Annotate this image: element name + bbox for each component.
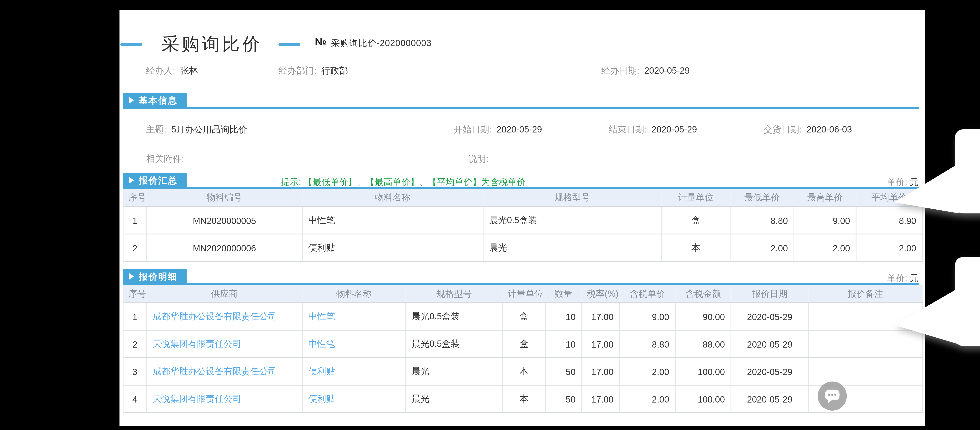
table-cell: 中性笔 xyxy=(302,206,483,234)
operator-label: 经办人: xyxy=(146,66,175,75)
page-title: 采购询比价 xyxy=(162,32,262,57)
cell-link[interactable]: 中性笔 xyxy=(308,311,335,321)
chat-fab-button[interactable] xyxy=(818,382,847,411)
end-date-value: 2020-05-29 xyxy=(652,125,697,134)
column-header: 最高单价 xyxy=(794,189,856,207)
end-date-label: 结束日期: xyxy=(609,125,647,134)
end-date-field: 结束日期: 2020-05-29 xyxy=(609,124,697,136)
table-cell: 盒 xyxy=(503,330,545,358)
table-cell: 晨光0.5盒装 xyxy=(406,303,503,330)
cell-link[interactable]: 便利贴 xyxy=(308,394,335,403)
table-cell: 便利贴 xyxy=(302,385,406,413)
cell-link[interactable]: 成都华胜办公设备有限责任公司 xyxy=(153,311,277,321)
table-cell: 4 xyxy=(123,385,146,413)
start-date-field: 开始日期: 2020-05-29 xyxy=(454,124,542,136)
callout-tail-pointer xyxy=(894,163,959,213)
table-cell: 天悦集团有限责任公司 xyxy=(146,385,302,413)
cell-link[interactable]: 成都华胜办公设备有限责任公司 xyxy=(153,366,277,376)
column-header: 序号 xyxy=(123,285,146,303)
table-cell: 50 xyxy=(545,385,582,413)
table-cell: 8.80 xyxy=(620,330,675,358)
doc-number: 采购询比价-2020000003 xyxy=(331,37,431,49)
table-cell: 便利贴 xyxy=(302,234,483,261)
table-cell: 8.80 xyxy=(730,206,794,234)
table-cell: 88.00 xyxy=(675,330,731,358)
triangle-right-icon xyxy=(129,273,134,280)
table-cell: 2 xyxy=(123,330,146,358)
attachment-field: 相关附件: xyxy=(146,153,186,165)
section-underline xyxy=(123,107,919,109)
operator-field: 经办人: 张林 xyxy=(146,65,198,77)
table-cell: 本 xyxy=(503,358,545,385)
table-row: 1MN2020000005中性笔晨光0.5盒装盒8.809.008.90 xyxy=(123,206,922,234)
column-header: 税率(%) xyxy=(582,285,620,303)
cell-link[interactable]: 天悦集团有限责任公司 xyxy=(153,394,241,403)
table-cell: 盒 xyxy=(662,206,730,234)
handle-date-label: 经办日期: xyxy=(601,66,640,75)
table-cell: 100.00 xyxy=(675,358,731,385)
table-cell: 本 xyxy=(662,234,730,261)
cell-link[interactable]: 天悦集团有限责任公司 xyxy=(153,339,241,348)
quote-detail-table: 序号供应商物料名称规格型号计量单位数量税率(%)含税单价含税金额报价日期报价备注… xyxy=(123,285,923,413)
table-cell: 1 xyxy=(123,303,146,330)
department-label: 经办部门: xyxy=(278,66,317,75)
table-cell: 10 xyxy=(545,303,582,330)
table-header-row: 序号供应商物料名称规格型号计量单位数量税率(%)含税单价含税金额报价日期报价备注 xyxy=(123,285,922,303)
table-cell: 晨光 xyxy=(406,358,503,385)
subject-field: 主题: 5月办公用品询比价 xyxy=(146,124,247,136)
table-cell: 10 xyxy=(545,330,582,358)
table-row: 3成都华胜办公设备有限责任公司便利贴晨光本5017.002.00100.0020… xyxy=(123,358,922,385)
table-cell: 2.00 xyxy=(620,385,675,413)
table-row: 4天悦集团有限责任公司便利贴晨光本5017.002.00100.002020-0… xyxy=(123,385,922,413)
note-label: 说明: xyxy=(468,153,488,163)
table-cell: 中性笔 xyxy=(302,330,406,358)
section-tab-quote-detail: 报价明细 xyxy=(123,269,187,284)
table-cell: 2020-05-29 xyxy=(731,330,808,358)
screenshot-stage: 采购询比价 № 采购询比价-2020000003 经办人: 张林 经办部门: 行… xyxy=(0,0,980,430)
triangle-right-icon xyxy=(129,97,134,104)
column-header: 含税金额 xyxy=(675,285,731,303)
table-cell: 9.00 xyxy=(620,303,675,330)
table-cell: 盒 xyxy=(503,303,545,330)
summary-tip-text: 提示: 【最低单价】、【最高单价】、【平均单价】为含税单价 xyxy=(281,176,525,189)
table-cell: 2.00 xyxy=(794,234,856,261)
column-header: 数量 xyxy=(545,285,582,303)
table-cell: 2.00 xyxy=(620,358,675,385)
table-cell: 晨光0.5盒装 xyxy=(483,206,662,234)
callout-tail-pointer xyxy=(894,288,959,344)
table-cell: 1 xyxy=(123,206,146,234)
column-header: 物料名称 xyxy=(302,285,406,303)
doc-number-symbol: № xyxy=(315,35,326,48)
table-cell: 中性笔 xyxy=(302,303,406,330)
table-row: 2MN2020000006便利贴晨光本2.002.002.00 xyxy=(123,234,922,261)
column-header: 报价日期 xyxy=(731,285,808,303)
cell-link[interactable]: 便利贴 xyxy=(308,366,335,376)
callout-quote-detail: 报价明细 xyxy=(894,257,980,346)
section-tab-basic-info: 基本信息 xyxy=(123,93,187,107)
table-cell: MN2020000006 xyxy=(146,234,302,261)
column-header: 规格型号 xyxy=(406,285,503,303)
column-header: 含税单价 xyxy=(620,285,675,303)
column-header: 规格型号 xyxy=(483,189,662,207)
column-header: 计量单位 xyxy=(662,189,730,207)
table-cell: 2020-05-29 xyxy=(731,385,808,413)
table-cell: 17.00 xyxy=(582,358,620,385)
section-title: 报价汇总 xyxy=(139,174,178,187)
section-tab-quote-summary: 报价汇总 xyxy=(123,173,187,187)
chat-bubble-icon xyxy=(824,389,840,403)
table-cell: MN2020000005 xyxy=(146,206,302,234)
column-header: 供应商 xyxy=(146,285,302,303)
table-cell: 2020-05-29 xyxy=(731,358,808,385)
table-cell: 成都华胜办公设备有限责任公司 xyxy=(146,303,302,330)
document-panel: 采购询比价 № 采购询比价-2020000003 经办人: 张林 经办部门: 行… xyxy=(119,10,925,426)
delivery-date-field: 交货日期: 2020-06-03 xyxy=(764,124,852,136)
department-field: 经办部门: 行政部 xyxy=(278,65,348,77)
cell-link[interactable]: 中性笔 xyxy=(308,339,335,348)
table-cell: 90.00 xyxy=(675,303,731,330)
attachment-label: 相关附件: xyxy=(146,153,184,163)
callout-bubble: 报价明细 xyxy=(955,257,980,346)
table-cell: 本 xyxy=(503,385,545,413)
table-cell: 晨光 xyxy=(483,234,662,261)
note-field: 说明: xyxy=(468,153,491,165)
table-row: 2天悦集团有限责任公司中性笔晨光0.5盒装盒1017.008.8088.0020… xyxy=(123,330,922,358)
